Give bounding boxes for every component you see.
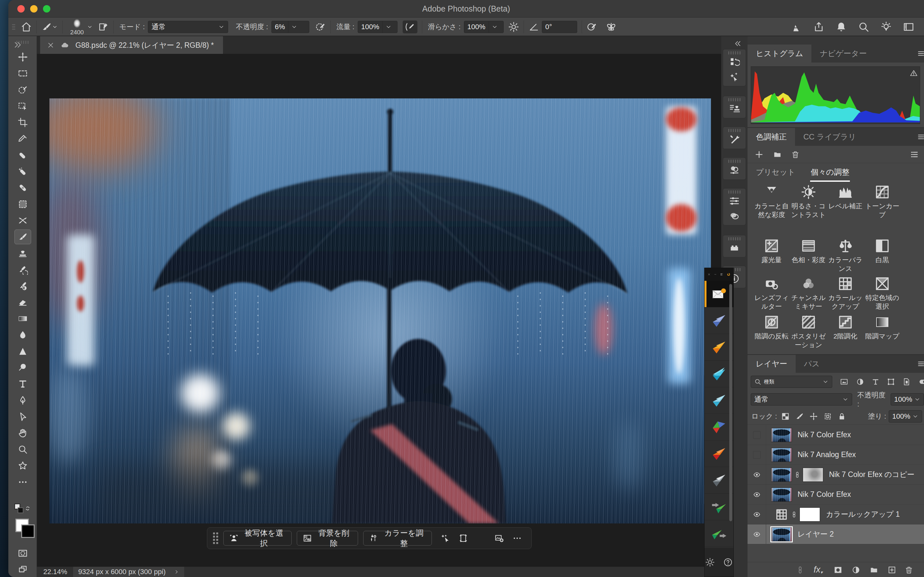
subtab-individual[interactable]: 個々の調整 — [810, 165, 850, 182]
lock-pixels-icon[interactable] — [795, 412, 804, 421]
pressure-opacity-icon[interactable] — [315, 21, 326, 32]
healing-brush-tool[interactable] — [15, 181, 31, 195]
collapse-panels-icon[interactable] — [733, 39, 742, 48]
symmetry-butterfly-icon[interactable] — [606, 21, 617, 32]
dock-ai-icon[interactable] — [723, 69, 746, 84]
home-icon[interactable] — [21, 21, 32, 32]
tab-layers[interactable]: レイヤー — [748, 355, 796, 373]
hand-tool[interactable] — [15, 426, 31, 440]
filter-smart-objects-icon[interactable] — [902, 378, 911, 386]
dock-grip[interactable] — [723, 160, 746, 163]
color-swatches[interactable] — [15, 519, 35, 538]
lock-transparency-icon[interactable] — [781, 412, 790, 421]
adjustment-adj-selective[interactable]: 特定色域の選択 — [862, 276, 903, 311]
close-document-icon[interactable] — [47, 42, 54, 49]
minimize-icon[interactable] — [714, 271, 716, 277]
nik-export[interactable] — [704, 520, 733, 547]
close-icon[interactable] — [708, 271, 710, 277]
dock-history-icon[interactable] — [723, 55, 746, 69]
tab-cc-libraries[interactable]: CC ライブラリ — [795, 128, 864, 146]
search-icon[interactable] — [858, 21, 869, 33]
layer-row[interactable]: Nik 7 Color Efex — [748, 485, 924, 504]
pen-tool[interactable] — [15, 393, 31, 408]
add-mask-icon[interactable] — [833, 566, 843, 574]
settings-grid-icon[interactable] — [720, 271, 723, 277]
tab-adjustments[interactable]: 色調補正 — [748, 128, 795, 146]
ellipsis-h-icon[interactable] — [509, 531, 525, 546]
zoom-tool[interactable] — [15, 442, 31, 457]
adjustment-adj-gradientmap[interactable]: 階調マップ — [862, 314, 903, 340]
layer-visibility-toggle[interactable] — [748, 445, 766, 465]
document-image[interactable] — [49, 98, 711, 524]
smoothing-field[interactable]: 100% — [464, 21, 504, 33]
filter-adjustment-layers-icon[interactable] — [856, 378, 864, 386]
layer-row[interactable]: Nik 7 Analog Efex — [748, 445, 924, 465]
pressure-size-icon[interactable] — [586, 21, 598, 32]
adjustment-adj-lut[interactable]: カラールックアップ — [825, 276, 866, 311]
link-layers-icon[interactable] — [795, 566, 805, 574]
tool-preset-chevron-icon[interactable] — [52, 21, 58, 32]
dock-grip[interactable] — [723, 190, 746, 193]
move-tool[interactable] — [15, 50, 31, 64]
default-colors-icon[interactable] — [15, 503, 31, 514]
taskbar-color-adjust-button[interactable]: カラーを調整 — [363, 531, 432, 546]
layer-row[interactable]: カラールックアップ 1 — [748, 504, 924, 524]
dock-ellipses-icon[interactable] — [723, 208, 746, 223]
document-tab[interactable]: G88.psdc @ 22.1% (レイヤー 2, RGB/8) * — [40, 36, 223, 54]
lock-position-icon[interactable] — [809, 412, 818, 421]
filter-toggle-icon[interactable] — [918, 378, 924, 386]
gradient-tool[interactable] — [15, 311, 31, 326]
add-adjustment-icon[interactable] — [754, 150, 764, 159]
adjustment-adj-threshold[interactable]: 2階調化 — [825, 314, 866, 340]
delete-icon[interactable] — [791, 150, 800, 159]
layer-thumbnail[interactable] — [771, 448, 792, 462]
eyedropper-tool[interactable] — [15, 131, 31, 146]
swap-colors-icon[interactable] — [25, 505, 31, 512]
layer-row[interactable]: Nik 7 Color Efex のコピー — [748, 465, 924, 485]
layer-name[interactable]: Nik 7 Color Efex — [798, 490, 851, 499]
bell-icon[interactable] — [835, 21, 847, 33]
clone-stamp-tool[interactable] — [15, 246, 31, 261]
tab-histogram[interactable]: ヒストグラム — [748, 45, 811, 63]
workspace-icon[interactable] — [903, 21, 914, 33]
panel-menu-icon[interactable] — [915, 132, 924, 141]
path-selection-tool[interactable] — [15, 409, 31, 424]
adjustment-adj-photofilter[interactable]: レンズフィルター — [751, 276, 792, 311]
blur-tool[interactable] — [15, 327, 31, 342]
warp-icon[interactable] — [455, 531, 472, 546]
custom-shape-tool[interactable] — [15, 458, 31, 473]
layer-visibility-toggle[interactable] — [748, 485, 766, 504]
layer-thumbnail[interactable] — [771, 527, 792, 542]
object-selection-tool[interactable] — [15, 99, 31, 113]
filter-pixel-layers-icon[interactable] — [839, 378, 849, 386]
adjustment-adj-hue[interactable]: 色相・彩度 — [788, 238, 829, 264]
adjustment-adj-invert[interactable]: 階調の反転 — [751, 314, 792, 340]
dock-lego-icon[interactable] — [723, 240, 746, 255]
brush-tool[interactable] — [15, 229, 31, 244]
layer-thumbnail[interactable] — [771, 428, 792, 442]
taskbar-drag-handle[interactable] — [213, 532, 218, 544]
new-group-icon[interactable] — [869, 566, 879, 574]
delete-layer-icon[interactable] — [905, 566, 913, 574]
layer-thumbnail[interactable] — [771, 488, 792, 502]
angle-field[interactable]: 0° — [542, 21, 577, 33]
canvas-area[interactable]: 被写体を選択背景を削除カラーを調整 22.14% 9324 px x 6000 … — [37, 54, 721, 577]
mixer-brush-tool[interactable] — [15, 279, 31, 293]
contextual-taskbar[interactable]: 被写体を選択背景を削除カラーを調整 — [207, 527, 531, 549]
tab-navigator[interactable]: ナビゲーター — [811, 45, 875, 63]
zoom-level[interactable]: 22.14% — [43, 568, 67, 576]
adjustment-brush-tool[interactable] — [15, 213, 31, 228]
brush-picker-chevron-icon[interactable] — [87, 21, 93, 32]
lock-artboard-icon[interactable] — [823, 412, 832, 421]
layer-name[interactable]: Nik 7 Color Efex — [798, 430, 851, 439]
type-tool[interactable] — [15, 377, 31, 392]
adjustment-adj-exposure[interactable]: 露光量 — [751, 238, 792, 264]
dodge-tool[interactable] — [15, 360, 31, 375]
taskbar-image-remove-button[interactable]: 背景を削除 — [297, 531, 358, 546]
subtab-presets[interactable]: プリセット — [755, 165, 796, 182]
layer-visibility-toggle[interactable] — [748, 524, 766, 544]
gear-icon[interactable] — [508, 21, 519, 32]
dock-tools-icon[interactable] — [723, 132, 746, 147]
adjustment-adj-vibrance[interactable]: カラーと自然な彩度 — [751, 184, 792, 219]
opacity-field[interactable]: 6% — [271, 21, 309, 33]
